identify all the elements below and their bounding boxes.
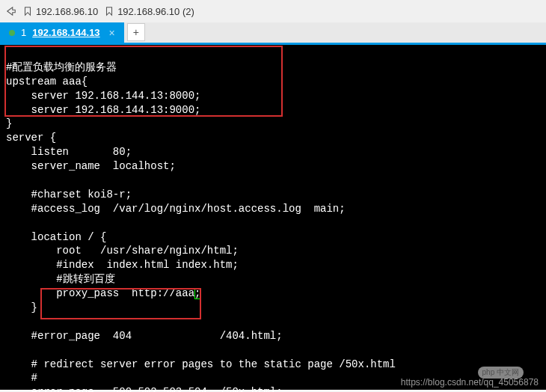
code-line: #跳转到百度 <box>6 273 115 285</box>
bookmark-label: 192.168.96.10 (2) <box>117 6 194 17</box>
add-tab-button[interactable]: + <box>127 23 145 41</box>
code-line: location / { <box>6 231 106 243</box>
code-line: } <box>6 117 12 129</box>
code-line: #error_page 404 /404.html; <box>6 330 283 342</box>
code-line: root /usr/share/nginx/html; <box>6 245 239 257</box>
code-line: #access_log /var/log/nginx/host.access.l… <box>6 203 346 215</box>
tab-bar: 1 192.168.144.13 × + <box>0 22 546 45</box>
terminal-content[interactable]: #配置负载均衡的服务器 upstream aaa{ server 192.168… <box>0 45 546 390</box>
tab-index: 1 <box>21 27 26 38</box>
code-line: listen 80; <box>6 146 132 158</box>
bookmark-icon <box>22 6 33 16</box>
tab-active[interactable]: 1 192.168.144.13 × <box>0 22 124 43</box>
code-line: #index index.html index.htm; <box>6 259 239 271</box>
code-line: error_page 500 502 503 504 /50x.html; <box>6 386 283 392</box>
code-line: server { <box>6 132 56 144</box>
code-line: # <box>6 372 37 384</box>
tab-label: 192.168.144.13 <box>32 27 99 38</box>
bookmark-item-2[interactable]: 192.168.96.10 (2) <box>104 6 194 17</box>
bookmark-toolbar: 192.168.96.10 192.168.96.10 (2) <box>0 0 546 22</box>
status-dot-icon <box>9 30 15 36</box>
code-line: proxy_pass http://aaa; <box>6 287 200 299</box>
code-line: server_name localhost; <box>6 160 176 172</box>
bookmark-label: 192.168.96.10 <box>36 6 98 17</box>
code-line: server 192.168.144.13:8000; <box>6 90 200 102</box>
arrow-icon[interactable] <box>6 6 16 16</box>
code-line: upstream aaa{ <box>6 76 88 88</box>
code-line: } <box>6 301 37 313</box>
code-line: #配置负载均衡的服务器 <box>6 61 117 73</box>
cursor-icon <box>194 289 200 299</box>
watermark-text: https://blog.csdn.net/qq_45056878 <box>401 377 539 388</box>
code-line: #charset koi8-r; <box>6 189 132 200</box>
close-icon[interactable]: × <box>109 27 115 39</box>
code-line: server 192.168.144.13:9000; <box>6 104 200 116</box>
bookmark-item-1[interactable]: 192.168.96.10 <box>22 6 98 17</box>
bookmark-icon <box>104 6 114 16</box>
code-line: # redirect server error pages to the sta… <box>6 358 396 370</box>
